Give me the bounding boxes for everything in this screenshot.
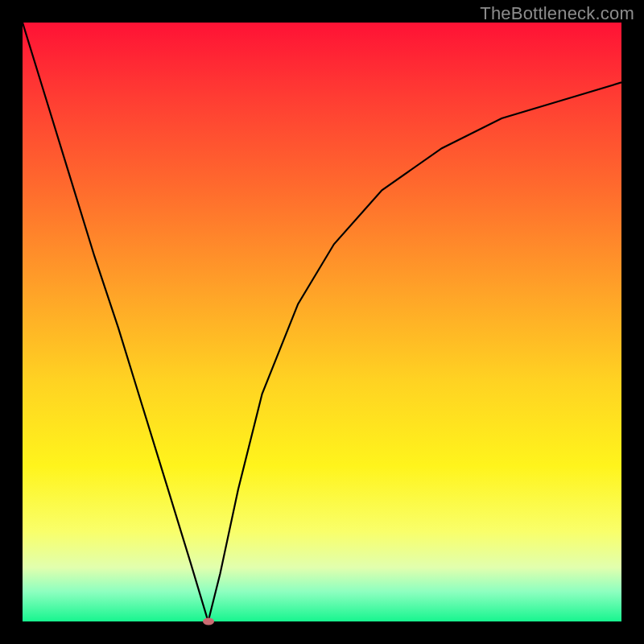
plot-area: [23, 23, 621, 621]
watermark-text: TheBottleneck.com: [480, 3, 634, 24]
chart-frame: TheBottleneck.com: [0, 0, 644, 644]
min-marker: [203, 618, 214, 625]
curve-layer: [23, 23, 621, 621]
bottleneck-curve: [23, 23, 621, 621]
